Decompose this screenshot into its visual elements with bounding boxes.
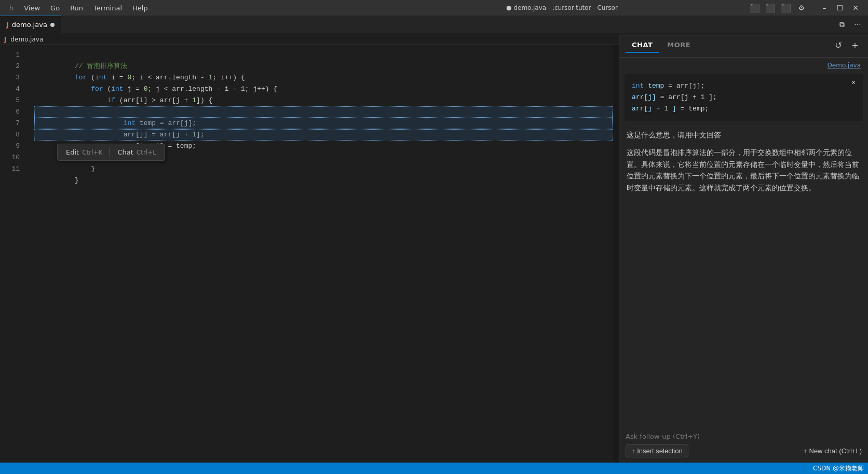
toolbar-separator <box>110 148 110 157</box>
status-bar: CSDN @米糊老师 <box>0 463 868 474</box>
chat-body[interactable]: Demo.java ✕ int temp = arr[j]; arr[j] = … <box>619 58 868 427</box>
close-button[interactable]: ✕ <box>848 3 863 13</box>
chat-code-block: ✕ int temp = arr[j]; arr[j] = arr[j + 1 … <box>625 74 863 121</box>
history-icon[interactable]: ↺ <box>832 39 845 52</box>
code-block-line-1: int temp = arr[j]; <box>632 80 856 92</box>
window-controls: ⬛ ⬛ ⬛ ⚙ – ☐ ✕ <box>748 3 863 13</box>
insert-selection-button[interactable]: + Insert selection <box>626 444 688 457</box>
status-attribution: CSDN @米糊老师 <box>813 464 864 473</box>
settings-icon[interactable]: ⚙ <box>794 3 809 13</box>
chat-footer-actions: + Insert selection + New chat (Ctrl+L) <box>626 444 862 457</box>
code-line-8: arr[j + 1] = temp; <box>34 129 613 141</box>
code-line-5 <box>34 95 613 106</box>
menu-item-file[interactable]: h <box>5 3 18 13</box>
tab-filename: demo.java <box>12 21 47 29</box>
layout-center-icon[interactable]: ⬛ <box>763 3 778 13</box>
tab-chat[interactable]: CHAT <box>626 38 659 53</box>
editor-area: J demo.java 1 2 3 4 5 6 7 8 9 10 11 <box>0 34 619 463</box>
menu-item-help[interactable]: Help <box>128 3 152 13</box>
breadcrumb: J demo.java <box>0 34 619 45</box>
code-line-2: for (int i = 0; i < arr.length - 1; i++)… <box>34 61 613 72</box>
editor-container[interactable]: 1 2 3 4 5 6 7 8 9 10 11 // 冒泡排序算法 <box>0 45 619 463</box>
file-reference[interactable]: Demo.java <box>619 60 868 69</box>
sidebar-left-icon[interactable]: ⬛ <box>748 3 762 13</box>
code-line-11: } <box>34 163 613 175</box>
code-line-6: int temp = arr[j]; <box>34 106 613 118</box>
panel-header-actions: ↺ + <box>832 39 862 52</box>
window-title: ● demo.java - .cursor-tutor - Cursor <box>376 4 748 11</box>
menu-item-run[interactable]: Run <box>66 3 87 13</box>
main-content: J demo.java 1 2 3 4 5 6 7 8 9 10 11 <box>0 34 868 463</box>
tab-more[interactable]: MORE <box>661 38 697 53</box>
tab-bar: J demo.java ⧉ ··· <box>0 16 868 34</box>
more-actions-button[interactable]: ··· <box>851 18 864 31</box>
menu-item-view[interactable]: View <box>20 3 44 13</box>
code-line-3: for (int j = 0; j < arr.length - i - 1; … <box>34 72 613 83</box>
menu-item-go[interactable]: Go <box>46 3 64 13</box>
chat-button[interactable]: Chat Ctrl+L <box>112 146 161 158</box>
user-message: 这是什么意思，请用中文回答 <box>619 126 868 144</box>
right-panel: CHAT MORE ↺ + Demo.java ✕ int temp = arr… <box>619 34 868 463</box>
breadcrumb-filename: demo.java <box>10 36 43 43</box>
modified-indicator <box>50 23 55 27</box>
chat-input-area <box>626 433 862 440</box>
assistant-message: 这段代码是冒泡排序算法的一部分，用于交换数组中相邻两个元素的位置。具体来说，它将… <box>619 144 868 197</box>
sidebar-right-icon[interactable]: ⬛ <box>779 3 793 13</box>
code-block-line-3: arr[j + 1 ] = temp; <box>632 103 856 115</box>
tab-demo-java[interactable]: J demo.java <box>0 16 61 33</box>
code-block-line-2: arr[j] = arr[j + 1 ]; <box>632 92 856 103</box>
tab-actions: ⧉ ··· <box>836 16 868 33</box>
code-line-7: arr[j] = arr[j + 1]; <box>34 118 613 129</box>
code-line-4: if (arr[i] > arr[j + 1]) { <box>34 83 613 95</box>
editor-minimap[interactable] <box>613 45 619 463</box>
chat-input[interactable] <box>626 433 862 440</box>
new-chat-button[interactable]: + New chat (Ctrl+L) <box>803 447 862 455</box>
close-code-block-button[interactable]: ✕ <box>848 77 859 88</box>
menu-bar: h View Go Run Terminal Help <box>5 3 376 13</box>
minimize-button[interactable]: – <box>817 3 832 13</box>
line-numbers: 1 2 3 4 5 6 7 8 9 10 11 <box>0 45 26 463</box>
maximize-button[interactable]: ☐ <box>833 3 847 13</box>
status-bar-right: CSDN @米糊老师 <box>813 464 864 473</box>
code-line-1: // 冒泡排序算法 <box>34 49 613 61</box>
panel-header: CHAT MORE ↺ + <box>619 34 868 58</box>
inline-toolbar: Edit Ctrl+K Chat Ctrl+L <box>57 144 165 161</box>
chat-footer: + Insert selection + New chat (Ctrl+L) <box>619 427 868 463</box>
menu-item-terminal[interactable]: Terminal <box>89 3 126 13</box>
title-bar: h View Go Run Terminal Help ● demo.java … <box>0 0 868 16</box>
edit-button[interactable]: Edit Ctrl+K <box>61 146 107 158</box>
panel-tabs: CHAT MORE <box>626 38 832 53</box>
split-editor-button[interactable]: ⧉ <box>836 18 848 31</box>
code-editor[interactable]: // 冒泡排序算法 for (int i = 0; i < arr.length… <box>26 45 613 463</box>
new-chat-icon[interactable]: + <box>848 39 862 52</box>
